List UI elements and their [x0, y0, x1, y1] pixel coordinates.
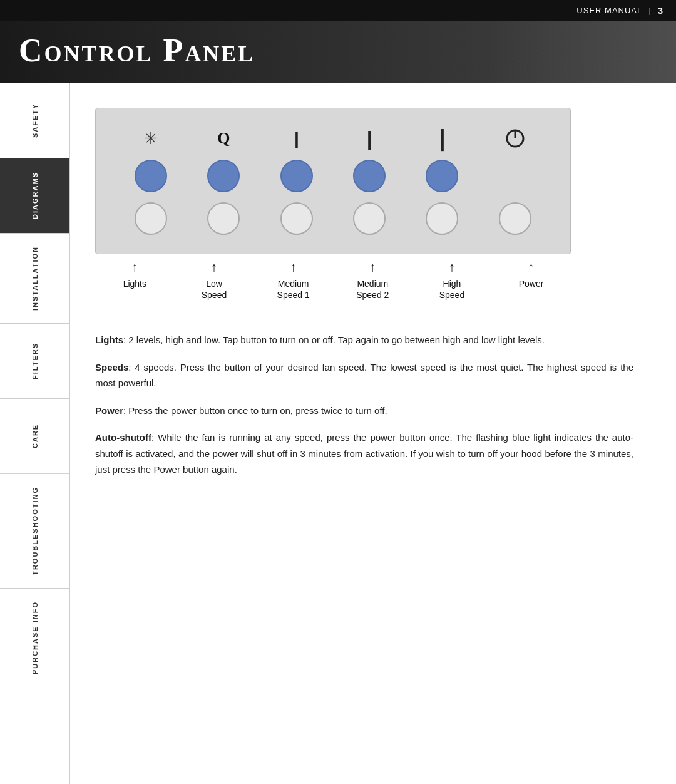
- medium-speed-1-label-group: ↑ MediumSpeed 1: [262, 259, 325, 301]
- page-number: 3: [658, 5, 663, 16]
- sidebar: Safety Diagrams Installation Filters Car…: [0, 83, 70, 784]
- medium-speed-1-blue-button[interactable]: [280, 160, 313, 192]
- low-speed-button-group: Q: [207, 127, 240, 235]
- medium-speed-2-arrow: ↑: [369, 259, 376, 276]
- lights-icon: ✳: [144, 127, 158, 150]
- low-speed-arrow: ↑: [210, 259, 217, 276]
- medium-speed-2-button-group: |: [353, 127, 386, 235]
- speeds-description: Speeds: 4 speeds. Press the button of yo…: [95, 359, 633, 391]
- lights-description: Lights: 2 levels, high and low. Tap butt…: [95, 332, 633, 348]
- low-speed-label: LowSpeed: [202, 278, 227, 301]
- power-label-group: ↑ Power: [500, 259, 563, 301]
- medium-speed-1-icon: |: [294, 127, 299, 150]
- power-icon: [504, 127, 526, 150]
- power-desc-text: : Press the power button once to turn on…: [123, 405, 387, 416]
- sidebar-item-diagrams[interactable]: Diagrams: [0, 158, 69, 233]
- power-label: Power: [519, 278, 544, 289]
- header-bar: USER MANUAL | 3: [0, 0, 676, 21]
- sidebar-item-filters[interactable]: Filters: [0, 323, 69, 398]
- diagram-labels: ↑ Lights ↑ LowSpeed ↑ MediumSpeed 1 ↑ Me…: [95, 259, 571, 301]
- control-panel-diagram: ✳ Q |: [95, 108, 571, 254]
- header-separator: |: [648, 6, 651, 15]
- power-gray-button[interactable]: [499, 202, 531, 235]
- lights-label-group: ↑ Lights: [103, 259, 166, 301]
- sidebar-item-troubleshooting[interactable]: Troubleshooting: [0, 473, 69, 588]
- low-speed-icon: Q: [217, 127, 230, 150]
- low-speed-label-group: ↑ LowSpeed: [183, 259, 245, 301]
- descriptions: Lights: 2 levels, high and low. Tap butt…: [95, 332, 633, 478]
- lights-gray-button[interactable]: [135, 202, 167, 235]
- lights-bold: Lights: [95, 334, 123, 345]
- lights-label: Lights: [123, 278, 146, 289]
- low-speed-blue-button[interactable]: [207, 160, 240, 192]
- high-speed-button-group: |: [426, 127, 458, 235]
- medium-speed-2-label-group: ↑ MediumSpeed 2: [341, 259, 404, 301]
- manual-label: USER MANUAL: [576, 6, 642, 15]
- power-description: Power: Press the power button once to tu…: [95, 403, 633, 419]
- medium-speed-2-label: MediumSpeed 2: [356, 278, 389, 301]
- medium-speed-1-button-group: |: [280, 127, 313, 235]
- sidebar-item-purchase-info[interactable]: Purchase Info: [0, 588, 69, 687]
- high-speed-label: HighSpeed: [439, 278, 464, 301]
- high-speed-gray-button[interactable]: [426, 202, 458, 235]
- lights-button-group: ✳: [135, 127, 167, 235]
- medium-speed-2-icon: |: [367, 127, 372, 150]
- page-title: Control Panel: [19, 32, 657, 69]
- medium-speed-1-gray-button[interactable]: [280, 202, 313, 235]
- high-speed-arrow: ↑: [448, 259, 455, 276]
- high-speed-label-group: ↑ HighSpeed: [421, 259, 483, 301]
- medium-speed-1-label: MediumSpeed 1: [277, 278, 310, 301]
- lights-desc-text: : 2 levels, high and low. Tap button to …: [123, 334, 545, 345]
- speeds-desc-text: : 4 speeds. Press the button of your des…: [95, 362, 633, 389]
- power-bold: Power: [95, 405, 123, 416]
- sidebar-item-safety[interactable]: Safety: [0, 83, 69, 158]
- sidebar-item-installation[interactable]: Installation: [0, 233, 69, 323]
- low-speed-gray-button[interactable]: [207, 202, 240, 235]
- high-speed-blue-button[interactable]: [426, 160, 458, 192]
- main-layout: Safety Diagrams Installation Filters Car…: [0, 83, 676, 784]
- speeds-bold: Speeds: [95, 362, 128, 373]
- lights-arrow: ↑: [131, 259, 138, 276]
- content-area: ✳ Q |: [70, 83, 676, 784]
- auto-shutoff-desc-text: : While the fan is running at any speed,…: [95, 432, 633, 475]
- title-banner: Control Panel: [0, 21, 676, 83]
- medium-speed-1-arrow: ↑: [290, 259, 297, 276]
- high-speed-icon: |: [439, 127, 445, 150]
- sidebar-item-care[interactable]: Care: [0, 398, 69, 473]
- power-arrow: ↑: [528, 259, 535, 276]
- medium-speed-2-gray-button[interactable]: [353, 202, 386, 235]
- medium-speed-2-blue-button[interactable]: [353, 160, 386, 192]
- lights-blue-button[interactable]: [135, 160, 167, 192]
- auto-shutoff-bold: Auto-shutoff: [95, 432, 151, 443]
- power-button-group: [499, 127, 531, 235]
- auto-shutoff-description: Auto-shutoff: While the fan is running a…: [95, 430, 633, 478]
